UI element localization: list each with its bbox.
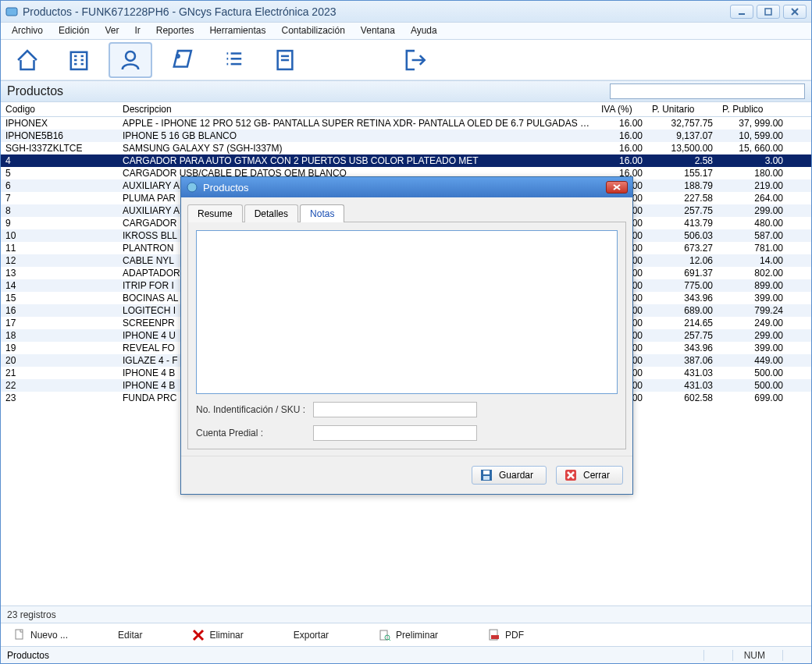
status-left: Productos: [7, 650, 49, 661]
new-icon: [13, 629, 26, 641]
menu-ir[interactable]: Ir: [126, 23, 148, 39]
tab-detalles[interactable]: Detalles: [244, 204, 298, 222]
window-controls: [730, 5, 807, 19]
dialog-icon: [186, 181, 198, 194]
sku-label: No. Indentificación / SKU :: [196, 404, 313, 415]
preview-icon: [379, 629, 391, 641]
dialog-titlebar: Productos: [181, 177, 632, 197]
delete-button[interactable]: Eliminar: [192, 629, 243, 641]
dialog-title: Productos: [203, 182, 249, 194]
titlebar: Productos - FUNK671228PH6 - GNcys Factur…: [1, 1, 811, 23]
menu-ver[interactable]: Ver: [97, 23, 126, 39]
svg-line-28: [389, 639, 390, 641]
table-row[interactable]: IPHONE5B16IPHONE 5 16 GB BLANCO16.009,13…: [1, 130, 811, 142]
record-count: 23 registros: [7, 609, 56, 620]
tab-notas[interactable]: Notas: [300, 204, 344, 222]
dialog-close-button[interactable]: [606, 181, 628, 194]
exit-button[interactable]: [393, 42, 436, 78]
main-window: Productos - FUNK671228PH6 - GNcys Factur…: [0, 0, 812, 664]
svg-point-31: [187, 183, 197, 192]
svg-rect-30: [491, 635, 499, 639]
table-row[interactable]: 4CARGADOR PARA AUTO GTMAX CON 2 PUERTOS …: [1, 154, 811, 167]
edit-button[interactable]: Editar: [118, 630, 142, 641]
table-row[interactable]: SGH-I337ZKLTCESAMSUNG GALAXY S7 (SGH-I33…: [1, 142, 811, 154]
menu-herramientas[interactable]: Herramientas: [201, 23, 273, 39]
status-num: NUM: [732, 650, 776, 661]
menubar: Archivo Edición Ver Ir Reportes Herramie…: [1, 23, 811, 40]
svg-rect-36: [483, 476, 490, 480]
pdf-icon: [488, 629, 500, 641]
panel-header: Productos: [1, 80, 811, 102]
invoice-button[interactable]: [263, 42, 307, 78]
companies-button[interactable]: [57, 42, 101, 78]
search-input[interactable]: [610, 83, 805, 99]
notes-textarea[interactable]: [196, 230, 618, 394]
dialog-tabs: Resume Detalles Notas: [181, 197, 632, 222]
delete-icon: [192, 629, 205, 641]
app-icon: [5, 5, 18, 18]
col-iva[interactable]: IVA (%): [597, 102, 647, 117]
tab-resume[interactable]: Resume: [187, 204, 243, 222]
pdf-button[interactable]: PDF: [488, 629, 524, 641]
record-count-bar: 23 registros: [1, 605, 811, 623]
svg-rect-23: [16, 630, 23, 639]
cancel-button[interactable]: Cerrar: [556, 466, 623, 485]
svg-rect-2: [765, 9, 771, 15]
product-dialog: Productos Resume Detalles Notas No. Inde…: [180, 176, 633, 495]
svg-point-12: [126, 51, 135, 60]
menu-archivo[interactable]: Archivo: [4, 23, 51, 39]
table-row[interactable]: IPHONEXAPPLE - IPHONE 12 PRO 512 GB- PAN…: [1, 117, 811, 130]
clients-button[interactable]: [109, 42, 152, 78]
status-bar: Productos NUM: [1, 646, 811, 663]
predial-input[interactable]: [313, 425, 477, 441]
dialog-buttons: Guardar Cerrar: [181, 456, 632, 494]
menu-edicion[interactable]: Edición: [51, 23, 97, 39]
svg-rect-35: [483, 470, 490, 474]
close-button[interactable]: [783, 5, 807, 19]
save-button[interactable]: Guardar: [472, 466, 547, 485]
svg-point-13: [176, 55, 179, 57]
dialog-body: No. Indentificación / SKU : Cuenta Predi…: [187, 222, 626, 449]
new-button[interactable]: Nuevo ...: [13, 629, 68, 641]
export-button[interactable]: Exportar: [294, 630, 329, 641]
svg-rect-0: [6, 8, 17, 16]
sku-input[interactable]: [313, 402, 477, 417]
col-unitario[interactable]: P. Unitario: [647, 102, 718, 117]
save-icon: [480, 469, 493, 481]
col-codigo[interactable]: Codigo: [1, 102, 118, 117]
panel-title: Productos: [7, 84, 63, 98]
home-button[interactable]: [5, 42, 49, 78]
products-button[interactable]: [160, 42, 204, 78]
close-icon: [564, 469, 577, 481]
col-publico[interactable]: P. Publico: [718, 102, 788, 117]
action-bar: Nuevo ... Editar Eliminar Exportar Preli…: [1, 623, 811, 646]
menu-reportes[interactable]: Reportes: [148, 23, 202, 39]
menu-ventana[interactable]: Ventana: [353, 23, 403, 39]
col-descripcion[interactable]: Descripcion: [118, 102, 597, 117]
predial-label: Cuenta Predial :: [196, 428, 313, 439]
maximize-button[interactable]: [757, 5, 780, 19]
list-button[interactable]: [212, 42, 255, 78]
menu-contabilizacion[interactable]: Contabilización: [273, 23, 352, 39]
minimize-button[interactable]: [730, 5, 753, 19]
svg-rect-5: [71, 51, 87, 69]
preview-button[interactable]: Preliminar: [379, 629, 438, 641]
window-title: Productos - FUNK671228PH6 - GNcys Factur…: [23, 5, 337, 18]
toolbar: [1, 40, 811, 80]
menu-ayuda[interactable]: Ayuda: [403, 23, 445, 39]
